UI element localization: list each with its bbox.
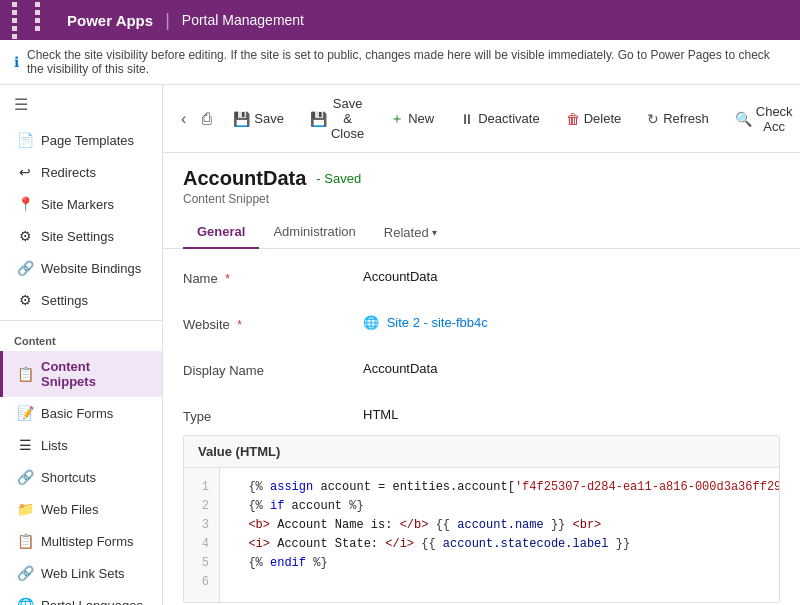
website-value: 🌐 Site 2 - site-fbb4c	[363, 315, 780, 330]
check-acc-button[interactable]: 🔍 Check Acc	[724, 99, 800, 139]
content-section-label: Content	[0, 325, 162, 351]
sidebar-label-shortcuts: Shortcuts	[41, 470, 96, 485]
name-required-star: *	[225, 272, 230, 286]
globe-icon: 🌐	[363, 315, 379, 330]
sidebar-label-content-snippets: Content Snippets	[41, 359, 148, 389]
shortcuts-icon: 🔗	[17, 469, 33, 485]
tab-administration[interactable]: Administration	[259, 216, 369, 249]
main-layout: ☰ 📄 Page Templates ↩ Redirects 📍 Site Ma…	[0, 85, 800, 605]
redirects-icon: ↩	[17, 164, 33, 180]
deactivate-label: Deactivate	[478, 111, 539, 126]
sidebar-item-lists[interactable]: ☰ Lists	[0, 429, 162, 461]
sidebar-item-site-markers[interactable]: 📍 Site Markers	[0, 188, 162, 220]
app-name: Power Apps	[67, 12, 153, 29]
web-link-sets-icon: 🔗	[17, 565, 33, 581]
save-icon: 💾	[233, 111, 250, 127]
sidebar-item-portal-languages[interactable]: 🌐 Portal Languages	[0, 589, 162, 605]
line-num-2: 2	[194, 497, 209, 516]
tab-general[interactable]: General	[183, 216, 259, 249]
code-line-4: <i> Account State: </i> {{ account.state…	[234, 535, 765, 554]
sidebar-label-web-files: Web Files	[41, 502, 99, 517]
sidebar-item-shortcuts[interactable]: 🔗 Shortcuts	[0, 461, 162, 493]
save-label: Save	[254, 111, 284, 126]
sidebar-item-content-snippets[interactable]: 📋 Content Snippets	[0, 351, 162, 397]
site-settings-icon: ⚙	[17, 228, 33, 244]
new-button[interactable]: ＋ New	[379, 105, 445, 133]
back-button[interactable]: ‹	[175, 106, 192, 132]
sidebar-label-basic-forms: Basic Forms	[41, 406, 113, 421]
separator: |	[165, 10, 170, 31]
sidebar-item-redirects[interactable]: ↩ Redirects	[0, 156, 162, 188]
page-header: AccountData - Saved Content Snippet	[163, 153, 800, 206]
code-line-2: {% if account %}	[234, 497, 765, 516]
delete-button[interactable]: 🗑 Delete	[555, 106, 633, 132]
hamburger-icon[interactable]: ☰	[0, 85, 162, 124]
name-label: Name *	[183, 269, 363, 286]
multistep-forms-icon: 📋	[17, 533, 33, 549]
sidebar-label-portal-languages: Portal Languages	[41, 598, 143, 606]
sidebar-label-site-markers: Site Markers	[41, 197, 114, 212]
website-link[interactable]: Site 2 - site-fbb4c	[387, 315, 488, 330]
sidebar-item-multistep-forms[interactable]: 📋 Multistep Forms	[0, 525, 162, 557]
refresh-icon: ↻	[647, 111, 659, 127]
portal-languages-icon: 🌐	[17, 597, 33, 605]
deactivate-icon: ⏸	[460, 111, 474, 127]
code-lines[interactable]: {% assign account = entities.account['f4…	[220, 468, 779, 602]
tabs: General Administration Related ▾	[163, 216, 800, 249]
type-value: HTML	[363, 407, 780, 422]
sidebar-label-web-link-sets: Web Link Sets	[41, 566, 125, 581]
code-body: 1 2 3 4 5 6 {% assign account = entities…	[184, 468, 779, 602]
sidebar-item-page-templates[interactable]: 📄 Page Templates	[0, 124, 162, 156]
form-row-name: Name * AccountData	[183, 269, 780, 297]
sidebar-item-basic-forms[interactable]: 📝 Basic Forms	[0, 397, 162, 429]
info-message: Check the site visibility before editing…	[27, 48, 786, 76]
display-name-value: AccountData	[363, 361, 780, 376]
line-num-1: 1	[194, 478, 209, 497]
info-bar: ℹ Check the site visibility before editi…	[0, 40, 800, 85]
save-close-label: Save & Close	[331, 96, 364, 141]
save-close-icon: 💾	[310, 111, 327, 127]
sidebar-label-redirects: Redirects	[41, 165, 96, 180]
save-button[interactable]: 💾 Save	[222, 106, 295, 132]
page-title-row: AccountData - Saved	[183, 167, 780, 190]
forward-button[interactable]: ⎙	[196, 106, 218, 132]
info-icon: ℹ	[14, 54, 19, 70]
save-close-button[interactable]: 💾 Save & Close	[299, 91, 375, 146]
sidebar-item-web-link-sets[interactable]: 🔗 Web Link Sets	[0, 557, 162, 589]
line-num-3: 3	[194, 516, 209, 535]
page-title: Portal Management	[182, 12, 304, 28]
sidebar: ☰ 📄 Page Templates ↩ Redirects 📍 Site Ma…	[0, 85, 163, 605]
line-num-6: 6	[194, 573, 209, 592]
code-line-5: {% endif %}	[234, 554, 765, 573]
form-content: Name * AccountData Website * 🌐 Site 2 - …	[163, 249, 800, 425]
name-value: AccountData	[363, 269, 780, 284]
chevron-down-icon: ▾	[432, 227, 437, 238]
website-required-star: *	[237, 318, 242, 332]
settings-icon: ⚙	[17, 292, 33, 308]
website-bindings-icon: 🔗	[17, 260, 33, 276]
deactivate-button[interactable]: ⏸ Deactivate	[449, 106, 550, 132]
lists-icon: ☰	[17, 437, 33, 453]
check-label: Check Acc	[756, 104, 793, 134]
site-markers-icon: 📍	[17, 196, 33, 212]
sidebar-label-site-settings: Site Settings	[41, 229, 114, 244]
sidebar-item-settings[interactable]: ⚙ Settings	[0, 284, 162, 316]
app-grid-icon[interactable]	[12, 2, 55, 39]
content-snippets-icon: 📋	[17, 366, 33, 382]
line-numbers: 1 2 3 4 5 6	[184, 468, 220, 602]
sidebar-label-page-templates: Page Templates	[41, 133, 134, 148]
sidebar-divider	[0, 320, 162, 321]
form-row-type: Type HTML	[183, 407, 780, 425]
sidebar-label-multistep-forms: Multistep Forms	[41, 534, 133, 549]
sidebar-item-website-bindings[interactable]: 🔗 Website Bindings	[0, 252, 162, 284]
code-line-1: {% assign account = entities.account['f4…	[234, 478, 765, 497]
basic-forms-icon: 📝	[17, 405, 33, 421]
sidebar-item-site-settings[interactable]: ⚙ Site Settings	[0, 220, 162, 252]
sidebar-item-web-files[interactable]: 📁 Web Files	[0, 493, 162, 525]
line-num-5: 5	[194, 554, 209, 573]
website-label: Website *	[183, 315, 363, 332]
toolbar: ‹ ⎙ 💾 Save 💾 Save & Close ＋ New ⏸ Deacti…	[163, 85, 800, 153]
refresh-button[interactable]: ↻ Refresh	[636, 106, 720, 132]
page-templates-icon: 📄	[17, 132, 33, 148]
tab-related[interactable]: Related ▾	[370, 217, 451, 248]
